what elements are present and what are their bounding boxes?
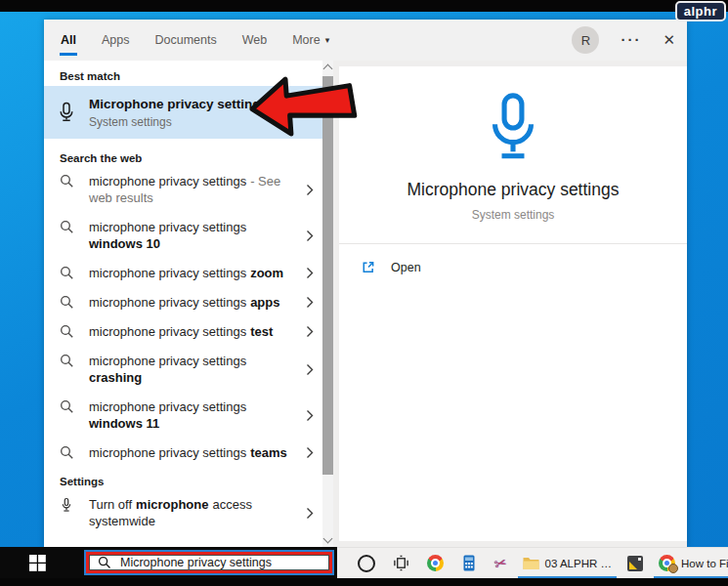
chevron-down-icon: ▾ bbox=[325, 35, 330, 45]
cortana-icon bbox=[358, 555, 375, 572]
microphone-icon bbox=[44, 496, 89, 514]
tab-more[interactable]: More▾ bbox=[279, 20, 342, 61]
tab-apps[interactable]: Apps bbox=[89, 20, 143, 61]
folder-window-label: 03 ALPHR … bbox=[545, 558, 612, 569]
chevron-right-icon[interactable] bbox=[297, 507, 322, 520]
scissors-icon: ✂ bbox=[492, 553, 509, 573]
annotation-red-box: Microphone privacy settings bbox=[84, 550, 334, 575]
chrome-icon bbox=[659, 555, 675, 571]
search-icon bbox=[44, 444, 89, 460]
taskbar-light-section: ✂ 03 ALPHR … How to Fix bbox=[337, 547, 728, 578]
scroll-down-icon[interactable] bbox=[323, 534, 333, 544]
microphone-icon-large bbox=[339, 92, 687, 164]
settings-result-text: Turn offmicrophoneaccess systemwide bbox=[89, 496, 297, 529]
open-action[interactable]: Open bbox=[339, 244, 687, 274]
chevron-right-icon[interactable] bbox=[297, 409, 322, 422]
preview-card: Microphone privacy settings System setti… bbox=[339, 66, 687, 541]
chevron-right-icon[interactable] bbox=[297, 184, 322, 196]
more-options-icon[interactable]: ··· bbox=[621, 35, 641, 45]
chevron-right-icon[interactable] bbox=[297, 230, 322, 242]
task-view-button[interactable] bbox=[384, 548, 418, 579]
web-suggestion-1[interactable]: microphone privacy settings- See web res… bbox=[44, 168, 322, 211]
microphone-icon bbox=[44, 101, 89, 124]
screenshot-frame: alphr All Apps Documents Web More▾ R ···… bbox=[0, 0, 728, 586]
web-suggestion-2[interactable]: microphone privacy settings windows 10 bbox=[44, 214, 322, 257]
search-icon bbox=[44, 398, 89, 414]
annotation-red-border: Microphone privacy settings bbox=[86, 552, 332, 573]
web-suggestion-5[interactable]: microphone privacy settingstest bbox=[44, 318, 322, 345]
search-icon bbox=[44, 219, 89, 234]
settings-bold: microphone bbox=[136, 497, 208, 512]
explorer-folder-button[interactable]: 03 ALPHR … bbox=[516, 548, 619, 579]
suggestion-query: microphone privacy settings bbox=[89, 354, 246, 368]
chevron-right-icon[interactable] bbox=[297, 296, 322, 309]
suggestion-query: microphone privacy settings bbox=[89, 295, 246, 310]
top-black-strip bbox=[0, 0, 728, 12]
web-suggestion-4[interactable]: microphone privacy settingsapps bbox=[44, 289, 322, 315]
calculator-button[interactable] bbox=[452, 548, 486, 579]
tab-web-label: Web bbox=[242, 33, 267, 47]
snipping-tool-button[interactable]: ✂ bbox=[486, 548, 516, 579]
preview-title: Microphone privacy settings bbox=[339, 180, 687, 200]
tab-all-label: All bbox=[61, 33, 76, 47]
dark-app-icon bbox=[627, 556, 643, 571]
chrome-button[interactable] bbox=[418, 548, 452, 579]
search-flyout: All Apps Documents Web More▾ R ··· ✕ Bes… bbox=[44, 20, 687, 547]
taskbar: Microphone privacy settings ✂ 03 ALPHR … bbox=[0, 547, 728, 578]
bottom-black-strip bbox=[0, 578, 728, 586]
suggestion-query: microphone privacy settings bbox=[89, 266, 246, 280]
settings-result-item[interactable]: Turn offmicrophoneaccess systemwide bbox=[44, 491, 322, 534]
calculator-icon bbox=[461, 555, 477, 571]
taskbar-search-input[interactable]: Microphone privacy settings bbox=[89, 555, 329, 570]
suggestion-bold-line2: windows 11 bbox=[89, 416, 159, 431]
chevron-right-icon[interactable] bbox=[297, 363, 322, 376]
tab-all[interactable]: All bbox=[60, 20, 89, 61]
settings-pre: Turn off bbox=[89, 497, 132, 512]
suggestion-query: microphone privacy settings bbox=[89, 324, 246, 339]
chevron-right-icon[interactable] bbox=[297, 267, 322, 279]
suggestion-bold-line2: windows 10 bbox=[89, 236, 160, 251]
annotation-arrow bbox=[246, 71, 360, 142]
search-icon bbox=[98, 556, 111, 569]
best-match-title: Microphone privacy settings bbox=[89, 96, 268, 112]
suggestion-text: microphone privacy settingsteams bbox=[89, 444, 297, 461]
start-button[interactable] bbox=[29, 555, 46, 571]
preview-panel: Microphone privacy settings System setti… bbox=[333, 61, 687, 547]
open-icon bbox=[361, 260, 375, 274]
cortana-button[interactable] bbox=[349, 548, 384, 579]
tab-documents[interactable]: Documents bbox=[142, 20, 229, 61]
search-icon bbox=[44, 265, 89, 280]
tab-apps-label: Apps bbox=[102, 33, 130, 47]
suggestion-text: microphone privacy settings windows 11 bbox=[89, 398, 297, 432]
header-actions: R ··· ✕ bbox=[572, 20, 675, 61]
web-suggestion-6[interactable]: microphone privacy settings crashing bbox=[44, 348, 322, 391]
search-input-value: Microphone privacy settings bbox=[120, 556, 272, 569]
suggestion-bold: teams bbox=[250, 445, 287, 460]
web-suggestion-8[interactable]: microphone privacy settingsteams bbox=[44, 440, 322, 466]
web-suggestion-3[interactable]: microphone privacy settingszoom bbox=[44, 260, 322, 286]
tab-documents-label: Documents bbox=[154, 33, 216, 47]
browser-window-button[interactable]: How to Fix bbox=[652, 548, 728, 579]
task-view-icon bbox=[393, 555, 409, 571]
settings-line2: systemwide bbox=[89, 514, 155, 528]
best-match-text: Microphone privacy settings System setti… bbox=[89, 96, 268, 130]
browser-window-label: How to Fix bbox=[681, 558, 728, 569]
chevron-right-icon[interactable] bbox=[297, 446, 322, 459]
tab-web[interactable]: Web bbox=[230, 20, 279, 61]
suggestion-bold: zoom bbox=[250, 266, 283, 280]
suggestion-text: microphone privacy settings crashing bbox=[89, 353, 297, 386]
chevron-right-icon[interactable] bbox=[297, 325, 322, 338]
avatar[interactable]: R bbox=[572, 26, 599, 54]
suggestion-bold: apps bbox=[250, 295, 279, 310]
notes-app-button[interactable] bbox=[619, 548, 652, 579]
favicon-badge bbox=[668, 564, 678, 573]
alphr-logo-text: alphr bbox=[684, 4, 717, 19]
suggestion-text: microphone privacy settingszoom bbox=[89, 265, 297, 281]
close-icon[interactable]: ✕ bbox=[663, 31, 675, 49]
section-settings: Settings bbox=[60, 474, 322, 489]
suggestion-text: microphone privacy settings windows 10 bbox=[89, 219, 297, 252]
web-suggestion-7[interactable]: microphone privacy settings windows 11 bbox=[44, 394, 322, 437]
taskbar-dark-section: Microphone privacy settings bbox=[0, 547, 337, 578]
alphr-logo: alphr bbox=[675, 1, 726, 21]
search-icon bbox=[44, 323, 89, 339]
